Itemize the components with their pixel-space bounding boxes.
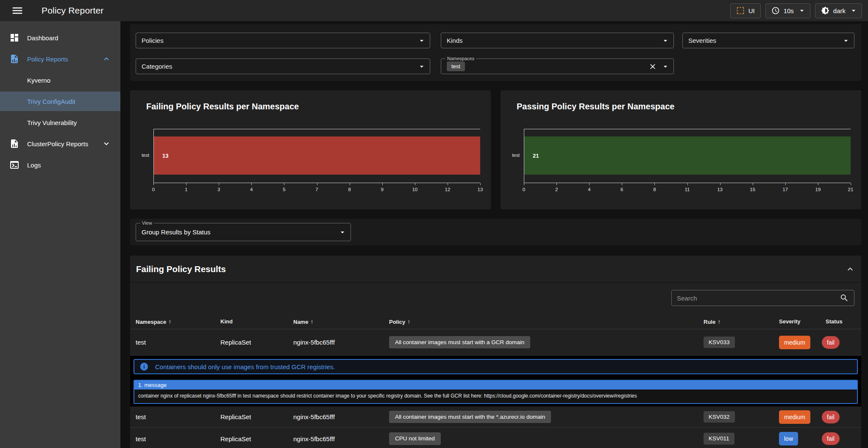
bar-value-label: 13 — [162, 153, 168, 159]
x-axis-ticks: 0 1 3 4 5 7 8 9 10 12 13 — [153, 187, 480, 193]
chart-title: Failing Policy Results per Namespace — [146, 102, 299, 111]
x-tick: 21 — [848, 187, 854, 192]
column-header-severity[interactable]: Severity — [773, 318, 820, 325]
namespaces-select[interactable]: Namespaces test — [441, 58, 674, 74]
column-header-namespace[interactable]: Namespace↑ — [130, 318, 215, 325]
sidebar-item-logs[interactable]: Logs — [0, 155, 120, 175]
column-header-kind[interactable]: Kind — [215, 318, 288, 325]
categories-select[interactable]: Categories — [136, 58, 430, 74]
x-tick: 9 — [381, 187, 383, 192]
chevron-up-icon — [845, 264, 855, 274]
chart-title: Passing Policy Results per Namespace — [517, 102, 674, 111]
sidebar-item-label: Dashboard — [27, 34, 58, 42]
chevron-down-icon — [338, 228, 347, 237]
view-panel: View Group Results by Status — [130, 219, 861, 245]
sidebar-item-label: Trivy ConfigAudit — [27, 98, 75, 105]
sort-asc-icon: ↑ — [718, 318, 721, 325]
severities-select[interactable]: Severities — [682, 33, 854, 48]
sort-asc-icon: ↑ — [310, 318, 313, 325]
ui-button[interactable]: UI — [730, 3, 761, 18]
x-tick: 8 — [348, 187, 351, 192]
expanded-row-detail: Containers should only use images from t… — [130, 356, 861, 406]
namespaces-select-label: Namespaces — [445, 56, 476, 61]
sidebar-item-label: Kyverno — [27, 77, 50, 84]
column-header-policy[interactable]: Policy↑ — [384, 318, 698, 325]
refresh-interval-select[interactable]: 10s — [765, 3, 810, 18]
console-icon — [9, 160, 19, 170]
sidebar-item-label: Trivy Vulnerability — [27, 119, 77, 126]
status-badge: fail — [822, 336, 840, 349]
categories-select-placeholder: Categories — [142, 63, 172, 70]
view-select-value: Group Results by Status — [142, 228, 211, 236]
cell-name: nginx-5fbc65fff — [288, 435, 384, 442]
theme-light-dark-icon — [821, 6, 829, 15]
column-header-status[interactable]: Status — [820, 318, 861, 325]
sidebar-item-trivy-vulnerability[interactable]: Trivy Vulnerability — [0, 113, 120, 132]
table-header-row: Namespace↑ Kind Name↑ Policy↑ Rule↑ Seve… — [130, 314, 861, 329]
severity-badge: medium — [779, 410, 810, 424]
kinds-select[interactable]: Kinds — [441, 33, 674, 48]
sidebar-item-clusterpolicy-reports[interactable]: ClusterPolicy Reports — [0, 134, 120, 153]
policy-chip: All container images must start with the… — [389, 411, 551, 423]
column-header-name[interactable]: Name↑ — [288, 318, 384, 325]
cell-namespace: test — [130, 339, 215, 346]
chevron-down-icon — [102, 139, 111, 148]
frame-select-icon — [736, 6, 745, 15]
collapse-section-button[interactable] — [845, 264, 855, 274]
x-tick: 8 — [653, 187, 656, 192]
dashboard-icon — [9, 33, 19, 43]
cell-name: nginx-5fbc65fff — [288, 339, 384, 346]
sort-asc-icon: ↑ — [407, 318, 410, 325]
x-tick: 5 — [283, 187, 285, 192]
file-chart-icon — [9, 139, 19, 149]
sidebar-item-label: Logs — [27, 161, 41, 169]
table-row[interactable]: test ReplicaSet nginx-5fbc65fff All cont… — [130, 329, 861, 356]
menu-icon[interactable] — [11, 4, 24, 17]
x-tick: 13 — [478, 187, 483, 192]
rule-chip: KSV032 — [704, 411, 735, 423]
x-tick: 19 — [815, 187, 821, 192]
x-tick: 7 — [315, 187, 318, 192]
refresh-interval-value: 10s — [784, 7, 794, 14]
x-tick: 13 — [717, 187, 723, 192]
severity-badge: medium — [779, 336, 810, 349]
clear-icon[interactable] — [648, 62, 657, 71]
bar-value-label: 21 — [533, 153, 539, 159]
chevron-down-icon — [417, 36, 426, 45]
status-badge: fail — [822, 432, 840, 445]
policy-description-alert: Containers should only use images from t… — [134, 359, 858, 374]
status-badge: fail — [822, 411, 840, 423]
charts-row: Failing Policy Results per Namespace tes… — [130, 90, 861, 209]
table-row[interactable]: test ReplicaSet nginx-5fbc65fff CPU not … — [130, 428, 861, 448]
sidebar-item-kyverno[interactable]: Kyverno — [0, 70, 120, 90]
sidebar-item-trivy-configaudit[interactable]: Trivy ConfigAudit — [0, 92, 120, 111]
sidebar-item-policy-reports[interactable]: Policy Reports — [0, 49, 120, 69]
cell-namespace: test — [130, 435, 215, 442]
message-text: container nginx of replicaset nginx-5fbc… — [134, 390, 857, 403]
policies-select[interactable]: Policies — [136, 33, 430, 48]
sidebar: Dashboard Policy Reports Kyverno Trivy C… — [0, 21, 120, 448]
column-header-rule[interactable]: Rule↑ — [698, 318, 773, 325]
policy-chip: CPU not limited — [389, 432, 441, 445]
ui-button-label: UI — [748, 7, 755, 14]
table-row[interactable]: test ReplicaSet nginx-5fbc65fff All cont… — [130, 406, 861, 428]
x-tick: 0 — [152, 187, 155, 192]
chevron-up-icon — [102, 54, 111, 64]
theme-value: dark — [833, 7, 846, 14]
policy-chip: All container images must start with a G… — [389, 336, 530, 349]
message-box: 1. message container nginx of replicaset… — [134, 380, 858, 404]
clock-icon — [771, 6, 780, 15]
policies-select-placeholder: Policies — [142, 37, 164, 44]
view-select[interactable]: View Group Results by Status — [136, 223, 351, 241]
x-tick: 12 — [445, 187, 450, 192]
search-icon[interactable] — [840, 293, 849, 303]
search-input[interactable] — [677, 295, 840, 302]
x-tick: 10 — [412, 187, 417, 192]
cell-namespace: test — [130, 413, 215, 420]
theme-select[interactable]: dark — [815, 3, 862, 18]
sidebar-item-dashboard[interactable]: Dashboard — [0, 28, 120, 47]
cell-name: nginx-5fbc65fff — [288, 413, 384, 420]
app-title: Policy Reporter — [42, 6, 104, 16]
rule-chip: KSV011 — [704, 433, 734, 445]
severities-select-placeholder: Severities — [688, 37, 716, 44]
